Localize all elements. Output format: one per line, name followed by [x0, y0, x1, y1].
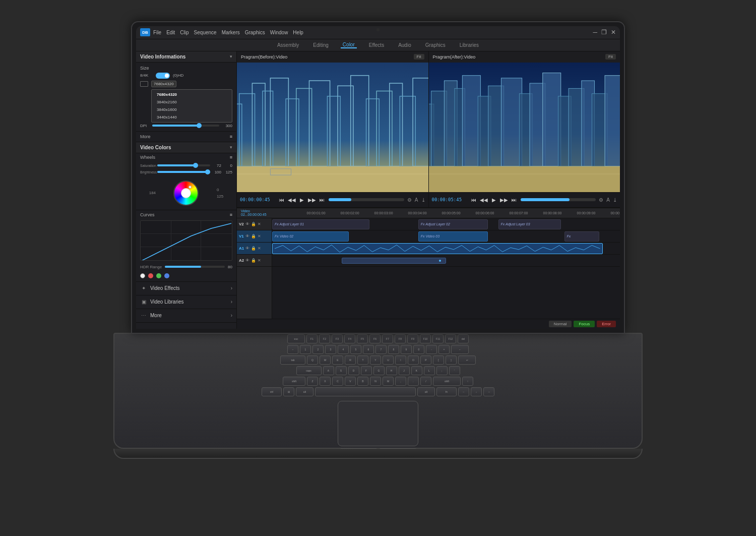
- tab-assembly[interactable]: Assembly: [275, 42, 301, 48]
- key-x[interactable]: X: [320, 377, 331, 386]
- play-btn-left[interactable]: ▶: [298, 196, 305, 203]
- tab-effects[interactable]: Effects: [367, 42, 386, 48]
- v2-eye[interactable]: 👁: [245, 222, 249, 226]
- dropdown-item-2[interactable]: 3840x2160: [152, 98, 232, 106]
- step-fwd-btn-left[interactable]: ▶▶: [308, 196, 316, 203]
- key-tab[interactable]: tab: [280, 355, 305, 365]
- key-u[interactable]: U: [383, 355, 394, 365]
- key-f10[interactable]: F10: [420, 334, 431, 343]
- step-back-btn-right[interactable]: ◀◀: [480, 196, 487, 203]
- progress-bar-right[interactable]: [521, 198, 596, 201]
- v1-settings[interactable]: ✕: [258, 234, 261, 239]
- v1-lock[interactable]: 🔒: [251, 234, 256, 239]
- key-8[interactable]: 8: [388, 345, 399, 354]
- dropdown-item-3[interactable]: 3840x1600: [152, 106, 232, 113]
- close-button[interactable]: ✕: [611, 29, 616, 36]
- dot-blue[interactable]: [164, 273, 169, 278]
- key-f3[interactable]: F3: [332, 334, 343, 343]
- key-r[interactable]: R: [345, 355, 356, 365]
- key-2[interactable]: 2: [312, 345, 324, 354]
- clip-video03[interactable]: Fx Video 03: [418, 231, 488, 242]
- clip-adjust-3[interactable]: Fx Adjust Layer 03: [498, 219, 561, 229]
- hdr-slider[interactable]: [165, 266, 225, 268]
- menu-graphics[interactable]: Graphics: [245, 30, 265, 35]
- key-lb[interactable]: [: [433, 355, 444, 365]
- key-comma[interactable]: ,: [395, 377, 406, 386]
- key-p[interactable]: P: [420, 355, 431, 365]
- key-period[interactable]: .: [408, 377, 419, 386]
- key-right[interactable]: →: [483, 387, 494, 396]
- key-left[interactable]: ←: [458, 387, 469, 396]
- key-f8[interactable]: F8: [395, 334, 406, 343]
- wheels-menu-icon[interactable]: ≡: [230, 155, 232, 160]
- status-error-btn[interactable]: Error: [597, 321, 616, 327]
- key-h[interactable]: H: [386, 366, 397, 375]
- dot-red[interactable]: [148, 273, 153, 278]
- key-q[interactable]: Q: [307, 355, 318, 365]
- key-alt-left[interactable]: alt: [296, 387, 313, 396]
- key-plus[interactable]: =: [438, 345, 450, 354]
- key-f4[interactable]: F4: [344, 334, 355, 343]
- key-f12[interactable]: F12: [445, 334, 456, 343]
- export-icon-right[interactable]: ⤓: [613, 197, 617, 203]
- key-e[interactable]: E: [332, 355, 343, 365]
- key-9[interactable]: 9: [401, 345, 412, 354]
- settings-icon-right[interactable]: ⚙: [599, 197, 603, 203]
- key-v[interactable]: V: [345, 377, 356, 386]
- tab-audio[interactable]: Audio: [396, 42, 413, 48]
- status-normal-btn[interactable]: Normal: [549, 321, 572, 327]
- key-shift-left[interactable]: shift: [283, 377, 305, 386]
- export-icon-left[interactable]: ⤓: [421, 197, 425, 203]
- key-7[interactable]: 7: [375, 345, 387, 354]
- key-g[interactable]: G: [373, 366, 385, 375]
- dropdown-item-1[interactable]: 7680x4320: [152, 91, 232, 98]
- key-n[interactable]: N: [370, 377, 381, 386]
- key-3[interactable]: 3: [325, 345, 336, 354]
- key-win[interactable]: ⊞: [283, 387, 294, 396]
- more-menu-icon[interactable]: ≡: [230, 134, 232, 139]
- key-a[interactable]: A: [323, 366, 334, 375]
- minimize-button[interactable]: ─: [593, 29, 597, 36]
- nav-video-effects[interactable]: ✦ Video Effects ›: [136, 282, 236, 295]
- key-i[interactable]: I: [395, 355, 406, 365]
- key-w[interactable]: W: [320, 355, 331, 365]
- v2-settings[interactable]: ✕: [258, 222, 261, 226]
- key-f1[interactable]: F1: [306, 334, 318, 343]
- menu-edit[interactable]: Edit: [166, 30, 175, 35]
- key-f5[interactable]: F5: [357, 334, 368, 343]
- monitor-before-fit[interactable]: Fit: [414, 54, 424, 59]
- video-info-header[interactable]: Video Informations ▾: [136, 51, 236, 63]
- toggle-84k[interactable]: [156, 73, 170, 79]
- step-fwd-btn-right[interactable]: ▶▶: [500, 196, 508, 203]
- key-c[interactable]: C: [332, 377, 343, 386]
- key-f[interactable]: F: [361, 366, 372, 375]
- nav-more[interactable]: ⋯ More ›: [136, 309, 236, 323]
- settings-icon-left[interactable]: ⚙: [407, 197, 412, 203]
- tab-graphics-tab[interactable]: Graphics: [423, 42, 448, 48]
- key-backspace[interactable]: ←: [451, 345, 469, 354]
- key-ctrl-left[interactable]: ctrl: [262, 387, 282, 396]
- nav-video-libraries[interactable]: ▣ Video Libraries ›: [136, 295, 236, 309]
- a2-settings[interactable]: ✕: [258, 258, 261, 263]
- key-down[interactable]: ↓: [471, 387, 482, 396]
- key-f11[interactable]: F11: [432, 334, 444, 343]
- key-f2[interactable]: F2: [319, 334, 330, 343]
- tab-color[interactable]: Color: [341, 42, 357, 48]
- clip-adjust-2[interactable]: Fx Adjust Layer 02: [418, 219, 488, 229]
- key-space[interactable]: [315, 387, 416, 396]
- key-b[interactable]: B: [357, 377, 368, 386]
- v2-lock[interactable]: 🔒: [251, 222, 256, 226]
- saturation-slider[interactable]: [157, 164, 210, 166]
- color-wheel[interactable]: [173, 181, 199, 206]
- key-f9[interactable]: F9: [407, 334, 418, 343]
- key-k[interactable]: K: [411, 366, 422, 375]
- v1-eye[interactable]: 👁: [245, 234, 249, 239]
- dot-green[interactable]: [156, 273, 161, 278]
- key-m[interactable]: M: [383, 377, 394, 386]
- dpi-slider[interactable]: [152, 125, 219, 127]
- key-caps[interactable]: caps: [296, 366, 322, 375]
- skip-back-btn-left[interactable]: ⏮: [278, 196, 285, 203]
- menu-clip[interactable]: Clip: [180, 30, 188, 35]
- curves-menu-icon[interactable]: ≡: [230, 212, 232, 217]
- key-minus[interactable]: -: [426, 345, 437, 354]
